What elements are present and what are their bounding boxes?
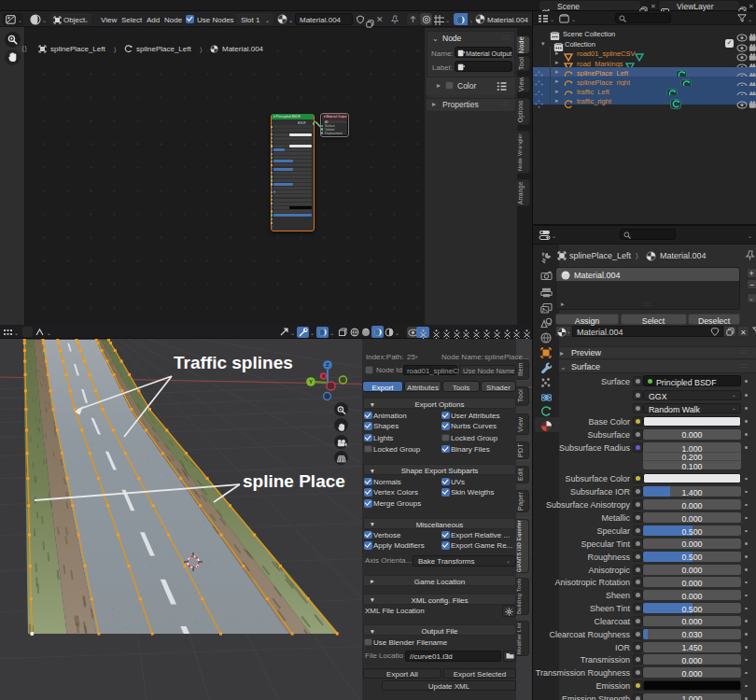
svg-text:Z: Z [326, 361, 329, 368]
svg-text:X: X [322, 373, 326, 379]
